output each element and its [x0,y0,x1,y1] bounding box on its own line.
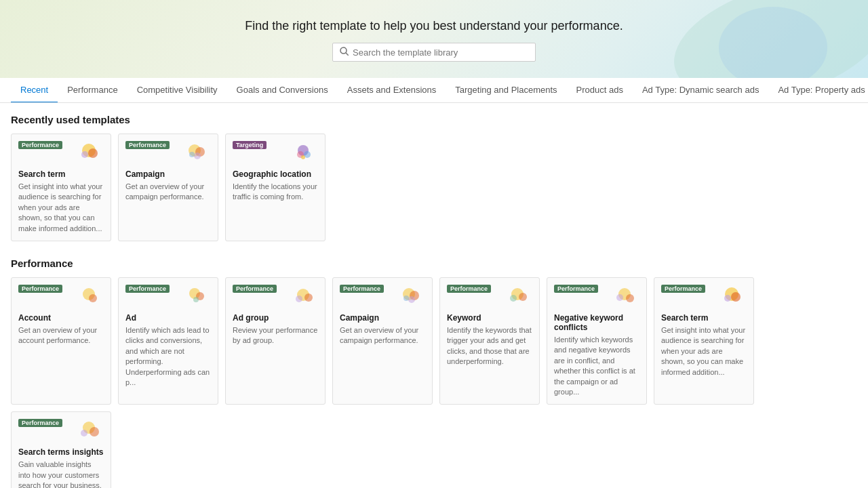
performance-badge: Performance [125,285,170,293]
tab-property-ads[interactable]: Ad Type: Property ads [768,78,868,103]
card-desc: Get insight into what your audience is s… [18,182,104,234]
card-name: Negative keyword conflicts [554,313,639,332]
tab-recent[interactable]: Recent [11,78,58,103]
svg-point-14 [89,294,97,302]
svg-point-36 [81,430,87,436]
card-icon [74,285,104,309]
performance-badge: Performance [18,141,62,149]
card-header: Performance [18,141,104,165]
search-bar[interactable] [332,43,536,62]
svg-point-17 [193,297,199,302]
card-name: Search terms insights [18,447,104,457]
card-desc: Get an overview of your campaign perform… [340,325,425,397]
svg-point-8 [189,152,195,157]
card-header: Performance [661,285,747,309]
performance-badge: Performance [661,285,705,293]
performance-badge: Performance [554,285,598,293]
card-name: Account [18,313,104,323]
svg-point-30 [616,294,623,301]
svg-point-19 [304,293,313,302]
performance-badge: Performance [340,285,384,293]
card-header: Performance [125,141,211,165]
performance-grid: Performance Account Get an overview of y… [11,277,857,488]
card-header: Performance [18,285,104,309]
card-name: Ad group [233,313,318,323]
card-name: Campaign [125,169,211,179]
svg-point-4 [81,151,88,158]
card-header: Performance [447,285,532,309]
card-icon [717,285,747,309]
search-input[interactable] [353,47,528,58]
card-name: Ad [125,313,211,323]
svg-point-26 [519,293,527,301]
svg-point-23 [408,296,415,303]
perf-card-campaign[interactable]: Performance Campaign Get an overview of … [332,277,433,405]
hero-section: Find the right template to help you best… [0,0,868,78]
card-header: Performance [340,285,425,309]
card-header: Performance [18,419,104,443]
perf-card-search-term[interactable]: Performance Search term Get insight into… [654,277,754,405]
hero-title: Find the right template to help you best… [14,19,854,33]
svg-point-33 [724,295,731,302]
card-header: Performance [554,285,639,309]
main-content: Recently used templates Performance Sear… [0,103,868,488]
card-desc: Identify which keywords and negative key… [554,335,639,397]
card-icon [502,285,532,309]
tab-assets-extensions[interactable]: Assets and Extensions [338,78,446,103]
tabs-bar: Recent Performance Competitive Visibilit… [0,78,868,103]
card-name: Campaign [340,313,425,323]
recent-card-geographic[interactable]: Targeting Geographic location Identify t… [225,134,326,241]
card-desc: Get insight into what your audience is s… [661,325,747,397]
performance-badge: Performance [18,285,62,293]
tab-product-ads[interactable]: Product ads [567,78,633,103]
card-icon [181,285,211,309]
card-header: Performance [125,285,211,309]
card-desc: Gain valuable insights into how your cus… [18,460,104,488]
card-header: Performance [233,285,318,309]
tab-targeting-placements[interactable]: Targeting and Placements [446,78,566,103]
card-desc: Get an overview of your campaign perform… [125,182,211,234]
performance-badge: Performance [447,285,491,293]
recently-used-title: Recently used templates [11,114,857,125]
performance-title: Performance [11,258,857,269]
svg-point-20 [296,296,302,302]
tab-competitive-visibility[interactable]: Competitive Visibility [127,78,227,103]
performance-badge: Performance [233,285,277,293]
svg-point-24 [403,296,409,301]
performance-badge: Performance [18,419,62,427]
card-icon [288,141,318,165]
perf-card-ad[interactable]: Performance Ad Identify which ads lead t… [118,277,218,405]
card-icon [74,141,104,165]
card-name: Search term [661,313,747,323]
perf-card-account[interactable]: Performance Account Get an overview of y… [11,277,111,405]
recent-card-campaign[interactable]: Performance Campaign Get an overview of … [118,134,218,241]
svg-point-7 [194,152,201,159]
svg-line-1 [346,53,349,56]
performance-badge: Performance [125,141,170,149]
search-icon [340,47,349,58]
card-desc: Identify which ads lead to clicks and co… [125,325,211,397]
tab-goals-conversions[interactable]: Goals and Conversions [227,78,338,103]
svg-point-27 [510,295,517,302]
svg-point-12 [301,155,305,159]
tab-dynamic-search[interactable]: Ad Type: Dynamic search ads [633,78,768,103]
svg-point-29 [626,294,634,302]
perf-card-keyword[interactable]: Performance Keyword Identify the keyword… [439,277,540,405]
card-name: Search term [18,169,104,179]
card-desc: Identify the locations your traffic is c… [233,182,318,234]
recent-card-search-term[interactable]: Performance Search term Get insight into… [11,134,111,241]
perf-card-negative-keywords[interactable]: Performance Negative keyword conflicts I… [547,277,647,405]
card-desc: Identify the keywords that trigger your … [447,325,532,397]
card-icon [610,285,639,309]
perf-card-search-terms-insights[interactable]: Performance Search terms insights Gain v… [11,411,111,488]
svg-point-32 [731,292,741,302]
targeting-badge: Targeting [233,141,267,149]
card-name: Keyword [447,313,532,323]
card-desc: Get an overview of your account performa… [18,325,104,397]
recently-used-grid: Performance Search term Get insight into… [11,134,857,241]
svg-point-3 [88,148,98,158]
svg-point-35 [90,427,99,436]
tab-performance[interactable]: Performance [58,78,127,103]
perf-card-ad-group[interactable]: Performance Ad group Review your perform… [225,277,326,405]
card-name: Geographic location [233,169,318,179]
